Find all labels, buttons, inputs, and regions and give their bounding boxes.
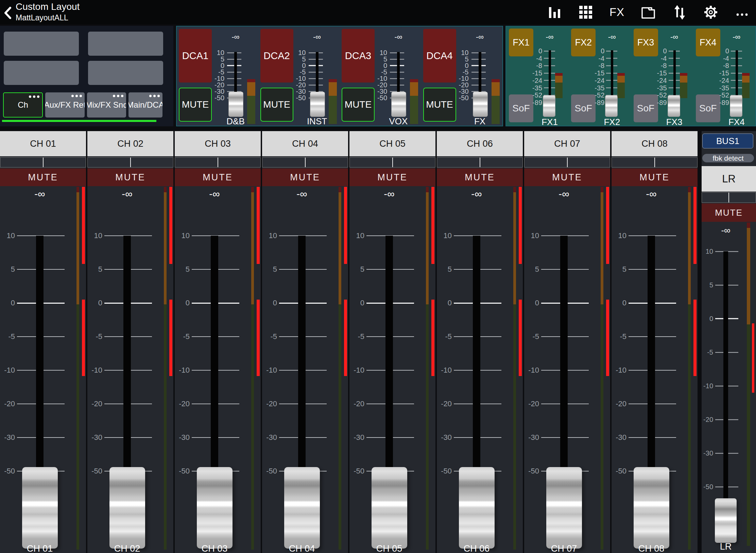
channel-select-header[interactable]: CH 06 <box>437 131 523 156</box>
dca-fader-handle[interactable] <box>310 92 325 117</box>
pan-strip[interactable] <box>0 157 86 167</box>
channel-mute-button[interactable]: MUTE <box>0 168 86 186</box>
master-pan-strip[interactable] <box>702 192 756 203</box>
scale-mark: -30 <box>526 433 589 442</box>
add-dca-button[interactable] <box>4 32 79 56</box>
channel-mute-button[interactable]: MUTE <box>262 168 348 186</box>
scale-label: 0 <box>438 299 452 307</box>
pan-strip[interactable] <box>175 157 261 167</box>
scale-mark: -35 <box>592 84 617 92</box>
scale-label: -89 <box>592 99 604 106</box>
master-mute-button[interactable]: MUTE <box>702 203 756 222</box>
scale-label: -52 <box>592 91 604 99</box>
fx-fader-handle[interactable] <box>668 95 680 117</box>
meters-icon[interactable] <box>545 3 564 22</box>
dca-meter-amber-zone <box>492 82 500 96</box>
channel-strips-area: CH 01 MUTE -∞ 1050-5-10-20-30-50 CH 01 C… <box>0 131 698 553</box>
channel-fader-area: -∞ 1050-5-10-20-30-50 CH 05 <box>349 186 435 553</box>
scale-mark: 0 <box>263 299 327 307</box>
channel-select-header[interactable]: CH 03 <box>175 131 261 156</box>
pan-strip[interactable] <box>524 157 610 167</box>
fx-fader-handle[interactable] <box>605 95 618 117</box>
swap-vertical-icon[interactable] <box>670 3 689 22</box>
meter-signal-lower <box>693 300 697 376</box>
layout-tab[interactable]: Mix/FX Snd <box>87 92 126 118</box>
meter-green-zone <box>601 304 603 550</box>
feedback-detect-button[interactable]: fbk detect <box>702 154 754 162</box>
scale-label: -50 <box>263 467 277 476</box>
dca-meter-red-zone <box>329 79 337 82</box>
fader-handle[interactable] <box>634 467 669 549</box>
bus-select-button[interactable]: BUS1 <box>702 133 753 148</box>
pan-center-tick <box>480 158 480 167</box>
channel-mute-button[interactable]: MUTE <box>87 168 173 186</box>
scale-label: -30 <box>263 433 277 442</box>
pan-strip[interactable] <box>87 157 173 167</box>
fx-fader-handle[interactable] <box>730 95 742 117</box>
dca-fader-handle[interactable] <box>228 92 243 117</box>
channel-select-header[interactable]: CH 04 <box>262 131 348 156</box>
channel-select-header[interactable]: CH 01 <box>0 131 86 156</box>
fader-handle[interactable] <box>284 467 320 549</box>
scale-label: 10 <box>438 231 452 240</box>
page-title: Custom Layout <box>16 1 80 12</box>
meter-clip-zone <box>76 187 79 192</box>
master-select-header[interactable]: LR <box>702 166 756 192</box>
channel-mute-button[interactable]: MUTE <box>612 168 698 186</box>
add-dca-button[interactable] <box>88 32 163 56</box>
back-button[interactable] <box>2 6 14 20</box>
master-fader-track[interactable] <box>723 251 728 516</box>
pan-strip[interactable] <box>612 157 698 167</box>
scale-mark: 10 <box>176 231 239 240</box>
scale-label: -50 <box>351 467 364 476</box>
master-meter-signal <box>752 323 754 393</box>
scale-label: -52 <box>530 91 542 99</box>
fader-handle[interactable] <box>22 467 58 549</box>
fader-handle[interactable] <box>546 467 582 549</box>
dca-meter-amber-zone <box>329 82 337 96</box>
scale-label: -10 <box>613 366 626 375</box>
scale-label: 0 <box>1 299 15 307</box>
dca-fader-handle[interactable] <box>391 92 406 117</box>
pan-strip[interactable] <box>437 157 523 167</box>
fader-value-label: -∞ <box>107 188 148 200</box>
channel-select-header[interactable]: CH 07 <box>524 131 610 156</box>
pan-strip[interactable] <box>349 157 435 167</box>
fader-handle[interactable] <box>459 467 495 549</box>
add-dca-button[interactable] <box>4 61 79 85</box>
folder-icon[interactable] <box>638 3 658 22</box>
channel-select-header[interactable]: CH 08 <box>612 131 698 156</box>
more-icon[interactable] <box>732 3 752 22</box>
scale-mark: -20 <box>526 399 589 408</box>
channel-select-header[interactable]: CH 05 <box>349 131 435 156</box>
scale-mark: 5 <box>351 265 414 274</box>
channel-fader-area: -∞ 1050-5-10-20-30-50 CH 04 <box>262 186 348 553</box>
settings-icon[interactable] <box>701 3 721 22</box>
fader-handle[interactable] <box>109 467 145 549</box>
channel-mute-button[interactable]: MUTE <box>437 168 523 186</box>
layout-tab[interactable]: Main/DCA <box>128 92 162 118</box>
layout-tab[interactable]: Aux/FX Ret <box>45 92 85 118</box>
channel-mute-button[interactable]: MUTE <box>349 168 435 186</box>
meter-signal-lower <box>169 300 172 376</box>
fx-fader-handle[interactable] <box>543 95 555 117</box>
add-dca-button[interactable] <box>88 61 163 85</box>
scale-label: 0 <box>717 47 729 55</box>
dca-fader-handle[interactable] <box>473 92 488 117</box>
scale-mark: -30 <box>89 433 152 442</box>
grid-layout-icon[interactable] <box>576 3 596 22</box>
swap-vertical-icon-glyph <box>672 4 687 20</box>
master-fader-handle[interactable] <box>715 498 737 543</box>
fader-handle[interactable] <box>372 467 407 549</box>
scale-mark: -10 <box>263 366 327 375</box>
channel-mute-button[interactable]: MUTE <box>175 168 261 186</box>
fx-icon[interactable]: FX <box>607 3 627 22</box>
channel-select-header[interactable]: CH 02 <box>87 131 173 156</box>
scale-label: 5 <box>1 265 15 274</box>
fader-handle[interactable] <box>197 467 233 549</box>
layout-tab[interactable]: Ch <box>3 92 43 118</box>
dca-meter-amber-zone <box>247 82 255 96</box>
pan-strip[interactable] <box>262 157 348 167</box>
channel-mute-button[interactable]: MUTE <box>524 168 610 186</box>
meter-clip-zone <box>513 187 516 192</box>
